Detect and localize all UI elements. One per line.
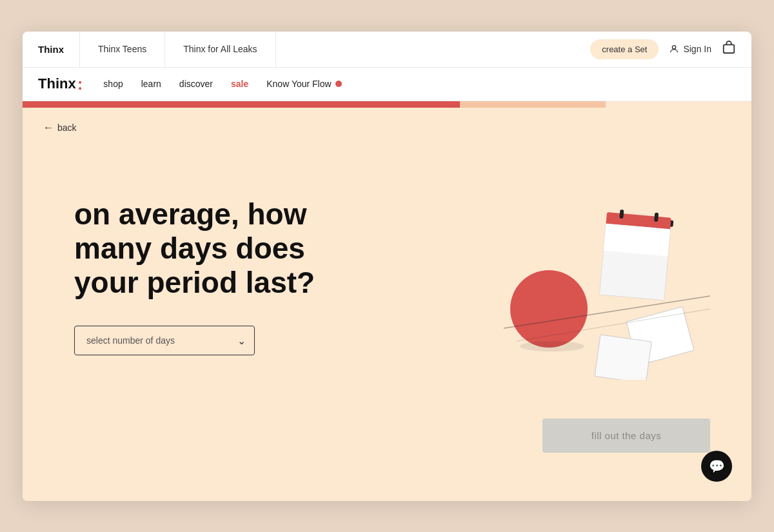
top-nav-actions: create a Set Sign In bbox=[590, 39, 751, 59]
nav-link-know-your-flow[interactable]: Know Your Flow bbox=[266, 79, 341, 89]
main-nav: Thinx: shop learn discover sale Know You… bbox=[23, 68, 751, 101]
logo[interactable]: Thinx: bbox=[38, 75, 83, 92]
progress-seg-3 bbox=[314, 101, 460, 108]
progress-seg-5 bbox=[606, 101, 751, 108]
nav-link-shop[interactable]: shop bbox=[103, 79, 123, 89]
days-select[interactable]: select number of days 1 2 3 4 5 6 7 8 9 … bbox=[74, 326, 255, 355]
svg-rect-1 bbox=[724, 44, 735, 53]
bag-icon bbox=[722, 41, 736, 55]
content-grid: on average, how many days does your peri… bbox=[23, 148, 751, 419]
top-nav-link-teens[interactable]: Thinx Teens bbox=[80, 32, 165, 67]
main-nav-links: shop learn discover sale Know Your Flow bbox=[103, 79, 341, 89]
days-select-wrapper: select number of days 1 2 3 4 5 6 7 8 9 … bbox=[74, 326, 255, 355]
svg-point-3 bbox=[520, 341, 584, 351]
cart-icon[interactable] bbox=[722, 41, 736, 57]
svg-point-0 bbox=[673, 46, 676, 49]
browser-frame: Thinx Thinx Teens Thinx for All Leaks cr… bbox=[23, 32, 751, 501]
period-illustration bbox=[465, 173, 710, 380]
nav-link-sale[interactable]: sale bbox=[231, 79, 248, 89]
top-nav: Thinx Thinx Teens Thinx for All Leaks cr… bbox=[23, 32, 751, 68]
top-nav-link-allleaks[interactable]: Thinx for All Leaks bbox=[165, 32, 275, 67]
back-link[interactable]: ← back bbox=[23, 108, 97, 148]
main-content: ← back on average, how many days does yo… bbox=[23, 108, 751, 501]
sign-in-link[interactable]: Sign In bbox=[669, 44, 711, 54]
nav-link-learn[interactable]: learn bbox=[141, 79, 161, 89]
fill-days-button[interactable]: fill out the days bbox=[542, 419, 710, 453]
svg-rect-10 bbox=[595, 335, 651, 380]
back-arrow-icon: ← bbox=[43, 122, 54, 133]
logo-dot: : bbox=[77, 75, 83, 92]
top-nav-brand[interactable]: Thinx bbox=[23, 32, 80, 67]
content-left: on average, how many days does your peri… bbox=[74, 197, 358, 355]
chat-icon: 💬 bbox=[709, 458, 725, 474]
nav-link-discover[interactable]: discover bbox=[179, 79, 213, 89]
kyf-indicator-dot bbox=[335, 81, 342, 87]
chat-bubble-button[interactable]: 💬 bbox=[701, 451, 732, 482]
progress-seg-2 bbox=[168, 101, 314, 108]
user-icon bbox=[669, 44, 679, 54]
progress-seg-4 bbox=[460, 101, 606, 108]
progress-seg-1 bbox=[23, 101, 168, 108]
progress-bar bbox=[23, 101, 751, 108]
question-heading: on average, how many days does your peri… bbox=[74, 197, 358, 300]
cta-area: fill out the days bbox=[23, 419, 751, 472]
create-set-button[interactable]: create a Set bbox=[590, 39, 659, 59]
